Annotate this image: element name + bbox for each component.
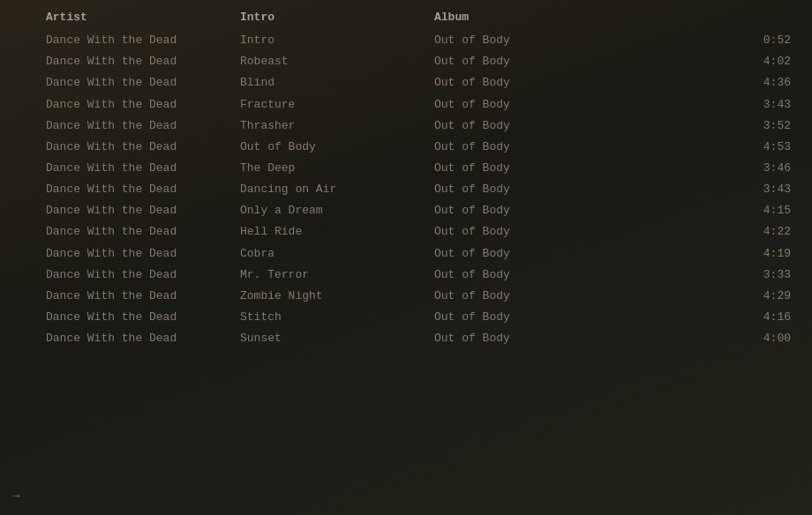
track-album: Out of Body	[434, 223, 611, 241]
track-title: The Deep	[240, 160, 434, 177]
track-artist: Dance With the Dead	[46, 74, 240, 92]
table-row[interactable]: Dance With the DeadOnly a DreamOut of Bo…	[0, 200, 812, 221]
track-artist: Dance With the Dead	[46, 309, 240, 326]
track-duration: 3:52	[611, 117, 798, 135]
track-title: Hell Ride	[240, 223, 434, 241]
track-title: Mr. Terror	[240, 266, 434, 284]
track-album: Out of Body	[434, 245, 611, 263]
track-artist: Dance With the Dead	[46, 202, 240, 220]
track-album: Out of Body	[434, 309, 611, 326]
track-title: Fracture	[240, 96, 434, 114]
table-row[interactable]: Dance With the DeadIntroOut of Body0:52	[0, 30, 812, 51]
track-duration: 3:33	[611, 266, 798, 284]
track-artist: Dance With the Dead	[46, 32, 240, 49]
track-artist: Dance With the Dead	[46, 287, 240, 305]
track-duration: 4:36	[611, 74, 798, 92]
header-title: Intro	[240, 9, 434, 26]
track-title: Sunset	[240, 330, 434, 347]
track-duration: 4:00	[611, 330, 798, 347]
track-album: Out of Body	[434, 202, 611, 220]
track-artist: Dance With the Dead	[46, 330, 240, 347]
track-album: Out of Body	[434, 32, 611, 49]
arrow-icon: →	[12, 489, 19, 503]
table-row[interactable]: Dance With the DeadFractureOut of Body3:…	[0, 94, 812, 116]
header-artist: Artist	[46, 9, 240, 26]
track-duration: 3:43	[611, 181, 798, 198]
track-title: Zombie Night	[240, 287, 434, 305]
track-album: Out of Body	[434, 96, 611, 114]
table-row[interactable]: Dance With the DeadOut of BodyOut of Bod…	[0, 137, 812, 158]
track-artist: Dance With the Dead	[46, 138, 240, 156]
track-album: Out of Body	[434, 287, 611, 305]
track-duration: 3:46	[611, 160, 798, 177]
track-title: Intro	[240, 32, 434, 49]
table-row[interactable]: Dance With the DeadMr. TerrorOut of Body…	[0, 265, 812, 286]
track-artist: Dance With the Dead	[46, 96, 240, 114]
track-album: Out of Body	[434, 74, 611, 92]
table-row[interactable]: Dance With the DeadSunsetOut of Body4:00	[0, 328, 812, 349]
track-duration: 4:02	[611, 53, 798, 71]
table-row[interactable]: Dance With the DeadCobraOut of Body4:19	[0, 243, 812, 265]
track-title: Dancing on Air	[240, 181, 434, 198]
track-duration: 4:19	[611, 245, 798, 263]
track-artist: Dance With the Dead	[46, 223, 240, 241]
track-title: Thrasher	[240, 117, 434, 135]
track-artist: Dance With the Dead	[46, 266, 240, 284]
track-duration: 4:16	[611, 309, 798, 326]
track-album: Out of Body	[434, 181, 611, 198]
track-artist: Dance With the Dead	[46, 160, 240, 177]
track-album: Out of Body	[434, 266, 611, 284]
table-row[interactable]: Dance With the DeadZombie NightOut of Bo…	[0, 286, 812, 307]
track-duration: 4:15	[611, 202, 798, 220]
track-title: Cobra	[240, 245, 434, 263]
table-row[interactable]: Dance With the DeadStitchOut of Body4:16	[0, 307, 812, 328]
header-album: Album	[434, 9, 611, 26]
track-list-header: Artist Intro Album	[0, 7, 812, 28]
header-duration	[611, 9, 798, 26]
track-album: Out of Body	[434, 330, 611, 347]
track-duration: 4:53	[611, 138, 798, 156]
table-row[interactable]: Dance With the DeadThe DeepOut of Body3:…	[0, 158, 812, 179]
track-album: Out of Body	[434, 160, 611, 177]
track-list: Artist Intro Album Dance With the DeadIn…	[0, 0, 812, 356]
track-album: Out of Body	[434, 53, 611, 71]
track-title: Blind	[240, 74, 434, 92]
track-artist: Dance With the Dead	[46, 117, 240, 135]
track-title: Out of Body	[240, 138, 434, 156]
track-duration: 4:22	[611, 223, 798, 241]
track-title: Stitch	[240, 309, 434, 326]
track-album: Out of Body	[434, 138, 611, 156]
track-duration: 4:29	[611, 287, 798, 305]
track-duration: 0:52	[611, 32, 798, 49]
table-row[interactable]: Dance With the DeadHell RideOut of Body4…	[0, 221, 812, 243]
table-row[interactable]: Dance With the DeadRobeastOut of Body4:0…	[0, 51, 812, 72]
track-artist: Dance With the Dead	[46, 245, 240, 263]
track-artist: Dance With the Dead	[46, 181, 240, 198]
track-title: Only a Dream	[240, 202, 434, 220]
table-row[interactable]: Dance With the DeadBlindOut of Body4:36	[0, 72, 812, 93]
table-row[interactable]: Dance With the DeadDancing on AirOut of …	[0, 179, 812, 200]
track-title: Robeast	[240, 53, 434, 71]
track-duration: 3:43	[611, 96, 798, 114]
table-row[interactable]: Dance With the DeadThrasherOut of Body3:…	[0, 116, 812, 137]
track-artist: Dance With the Dead	[46, 53, 240, 71]
track-album: Out of Body	[434, 117, 611, 135]
